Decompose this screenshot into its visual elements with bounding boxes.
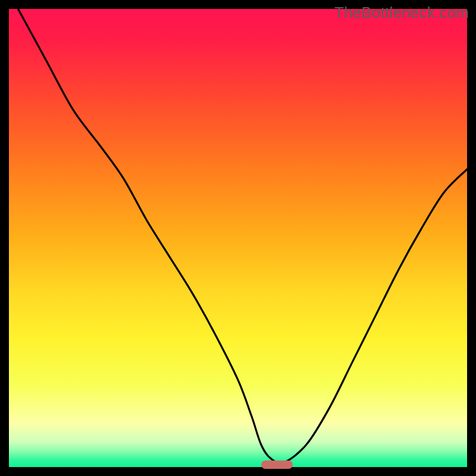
chart-frame: TheBottleneck.com bbox=[0, 0, 476, 476]
plot-area bbox=[9, 9, 467, 467]
optimal-range-marker bbox=[261, 461, 293, 469]
watermark-text: TheBottleneck.com bbox=[334, 4, 469, 22]
plot-svg bbox=[9, 9, 467, 467]
gradient-background bbox=[9, 9, 467, 467]
